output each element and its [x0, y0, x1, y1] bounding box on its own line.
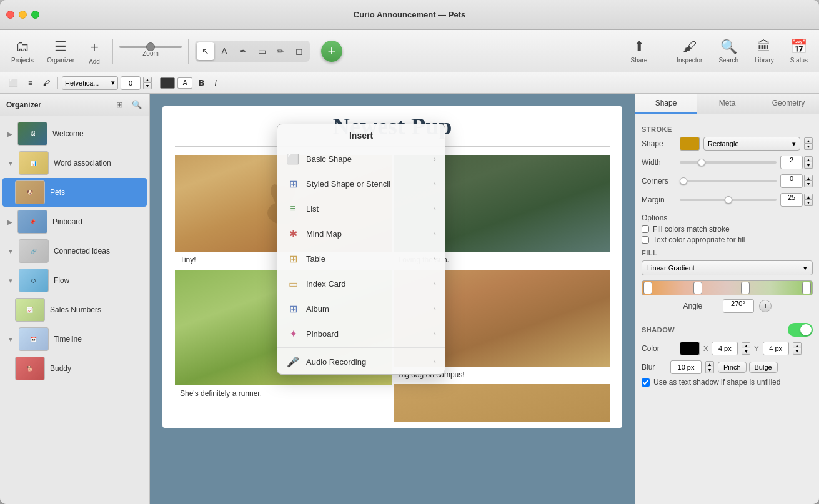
bulge-button[interactable]: Bulge — [749, 362, 778, 373]
size-up-btn[interactable]: ▲ — [143, 77, 152, 83]
main-area: Organizer ⊞ 🔍 ▶ 🖼 Welcome ▼ 📊 — [0, 94, 819, 504]
margin-slider[interactable] — [680, 199, 777, 201]
blur-input[interactable]: 10 px — [670, 360, 702, 374]
tab-geometry[interactable]: Geometry — [758, 94, 819, 114]
shadow-section: SHADOW — [642, 323, 813, 337]
sidebar-item-welcome[interactable]: ▶ 🖼 Welcome — [2, 119, 147, 148]
insert-add-button[interactable]: + — [321, 41, 342, 62]
minimize-button[interactable] — [19, 11, 27, 19]
size-down-btn[interactable]: ▼ — [143, 83, 152, 89]
gradient-stop-2[interactable] — [693, 282, 702, 294]
gradient-bar[interactable] — [642, 280, 813, 295]
menu-item-table[interactable]: ⊞ Table › — [277, 246, 445, 271]
share-button[interactable]: ⬆ Share — [626, 36, 653, 66]
font-name: Helvetica... — [65, 79, 99, 87]
format-paint[interactable]: 🖌 — [39, 76, 54, 91]
use-shadow-checkbox[interactable] — [642, 378, 650, 387]
sidebar-item-flow[interactable]: ▼ ⬡ Flow — [2, 266, 147, 295]
font-size[interactable]: 0 — [121, 76, 141, 90]
stroke-color-swatch[interactable] — [680, 137, 700, 151]
text-color-checkbox[interactable] — [642, 236, 649, 244]
text-tool[interactable]: A — [216, 42, 233, 60]
width-up[interactable]: ▲ — [804, 156, 813, 162]
bold-button[interactable]: B — [195, 76, 208, 91]
margin-up[interactable]: ▲ — [804, 194, 813, 200]
format-style[interactable]: ≡ — [24, 76, 36, 91]
shape-down-btn[interactable]: ▼ — [804, 144, 813, 150]
tab-meta[interactable]: Meta — [697, 94, 758, 114]
fill-type-dropdown[interactable]: Linear Gradient ▾ — [642, 260, 813, 275]
menu-item-styled-shape[interactable]: ⊞ Styled Shape or Stencil › — [277, 171, 445, 196]
corners-value[interactable]: 0 — [780, 174, 803, 188]
color-rect[interactable] — [160, 77, 175, 89]
angle-value[interactable]: 270° — [723, 299, 754, 313]
fill-colors-checkbox[interactable] — [642, 225, 649, 233]
width-value[interactable]: 2 — [780, 156, 803, 169]
sidebar-item-pinboard[interactable]: ▶ 📌 Pinboard — [2, 207, 147, 236]
gradient-stop-4[interactable] — [802, 282, 811, 294]
sx-down[interactable]: ▼ — [742, 348, 750, 355]
gradient-stop-1[interactable] — [643, 282, 652, 294]
sy-up[interactable]: ▲ — [793, 342, 802, 348]
italic-button[interactable]: I — [211, 76, 220, 91]
inspector-button[interactable]: 🖌 Inspector — [672, 36, 707, 66]
add-button[interactable]: ＋ Add — [82, 35, 106, 67]
sidebar-grid-view[interactable]: ⊞ — [113, 99, 126, 111]
status-button[interactable]: 📅 Status — [785, 36, 813, 66]
tab-shape[interactable]: Shape — [635, 94, 697, 114]
pinch-button[interactable]: Pinch — [718, 362, 747, 373]
eraser-tool[interactable]: ◻ — [290, 42, 308, 60]
corners-down[interactable]: ▼ — [804, 181, 813, 187]
text-color-box[interactable]: A — [177, 77, 192, 89]
font-select[interactable]: Helvetica... ▾ — [62, 76, 118, 90]
angle-dial[interactable] — [759, 300, 772, 312]
margin-slider-container — [680, 199, 777, 201]
shape-up-btn[interactable]: ▲ — [804, 137, 813, 144]
organizer-button[interactable]: ☰ Organizer — [42, 36, 79, 66]
menu-item-basic-shape[interactable]: ⬜ Basic Shape › — [277, 146, 445, 171]
margin-value[interactable]: 25 — [780, 193, 803, 207]
width-down[interactable]: ▼ — [804, 162, 813, 169]
sidebar-item-word[interactable]: ▼ 📊 Word association — [2, 149, 147, 177]
select-tool[interactable]: ↖ — [197, 42, 214, 60]
sidebar-item-timeline[interactable]: ▼ 📅 Timeline — [2, 325, 147, 353]
library-button[interactable]: 🏛 Library — [750, 36, 779, 66]
pen-tool[interactable]: ✒ — [234, 42, 252, 60]
shadow-color-label: Color — [642, 344, 676, 353]
menu-item-album[interactable]: ⊞ Album › — [277, 296, 445, 321]
search-button[interactable]: 🔍 Search — [713, 36, 743, 66]
gradient-stop-3[interactable] — [741, 282, 750, 294]
shadow-toggle[interactable] — [788, 323, 813, 337]
corners-slider[interactable] — [680, 180, 777, 182]
sy-down[interactable]: ▼ — [793, 348, 802, 355]
corners-up[interactable]: ▲ — [804, 175, 813, 181]
close-button[interactable] — [6, 11, 14, 19]
width-slider[interactable] — [680, 161, 777, 164]
menu-item-list[interactable]: ≡ List › — [277, 196, 445, 221]
menu-item-mindmap[interactable]: ✱ Mind Map › — [277, 221, 445, 246]
shadow-y-input[interactable]: 4 px — [763, 342, 789, 355]
margin-down[interactable]: ▼ — [804, 200, 813, 206]
shadow-x-input[interactable]: 4 px — [712, 342, 738, 355]
blur-down[interactable]: ▼ — [705, 367, 714, 373]
shape-type-dropdown[interactable]: Rectangle ▾ — [703, 137, 800, 151]
sidebar-item-pets[interactable]: 🐶 Pets — [2, 178, 147, 207]
menu-item-audio[interactable]: 🎤 Audio Recording › — [277, 349, 445, 374]
shadow-color-swatch[interactable] — [680, 342, 700, 355]
index-card-icon: ▭ — [286, 277, 300, 290]
projects-button[interactable]: 🗂 Projects — [6, 36, 39, 66]
zoom-slider[interactable] — [119, 46, 182, 48]
menu-item-pinboard[interactable]: ✦ Pinboard › — [277, 321, 445, 346]
blur-up[interactable]: ▲ — [705, 361, 714, 367]
maximize-button[interactable] — [31, 11, 39, 19]
shape-tool[interactable]: ▭ — [253, 42, 271, 60]
sidebar-search-btn[interactable]: 🔍 — [131, 99, 143, 111]
sx-up[interactable]: ▲ — [742, 342, 750, 348]
sidebar-item-connected[interactable]: ▼ 🔗 Connected ideas — [2, 237, 147, 265]
paint-tool[interactable]: ✏ — [272, 42, 289, 60]
sep1 — [112, 39, 113, 64]
format-align-left[interactable]: ⬜ — [5, 76, 22, 91]
menu-item-index-card[interactable]: ▭ Index Card › — [277, 271, 445, 296]
sidebar-item-sales[interactable]: 📈 Sales Numbers — [2, 295, 147, 324]
sidebar-item-buddy[interactable]: 🐕 Buddy — [2, 354, 147, 383]
